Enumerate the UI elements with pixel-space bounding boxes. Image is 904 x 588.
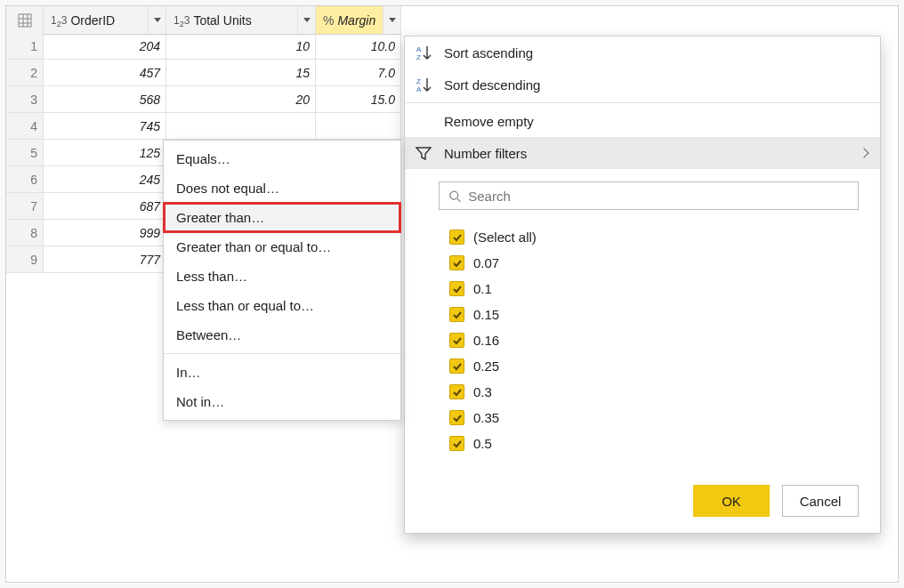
cell-margin[interactable]: [316, 113, 401, 140]
column-header-orderid[interactable]: 123 OrderID: [44, 6, 166, 35]
cell-orderid[interactable]: 745: [44, 113, 166, 140]
svg-line-13: [457, 198, 461, 202]
svg-marker-11: [416, 148, 431, 159]
column-header-margin[interactable]: % Margin: [316, 6, 401, 35]
type-pct-icon: %: [323, 13, 334, 28]
filter-value[interactable]: 0.3: [449, 379, 859, 405]
cell-orderid[interactable]: 999: [44, 220, 166, 246]
sort-asc-icon: A Z: [414, 43, 433, 62]
type-int-icon: 123: [174, 14, 190, 27]
menu-label: Sort ascending: [444, 45, 533, 60]
filter-select-all[interactable]: (Select all): [449, 224, 859, 250]
filter-in[interactable]: In…: [164, 358, 400, 387]
cell-orderid[interactable]: 125: [44, 140, 166, 166]
svg-text:Z: Z: [416, 53, 421, 61]
filter-greater-than[interactable]: Greater than…: [164, 203, 400, 232]
table-row[interactable]: 2457157.0: [6, 60, 424, 86]
checkbox-label: 0.16: [473, 333, 499, 348]
cell-orderid[interactable]: 204: [44, 33, 166, 60]
filter-value[interactable]: 0.16: [449, 327, 859, 353]
row-index: 7: [6, 193, 44, 220]
checkbox-label: 0.15: [473, 307, 499, 322]
table-row[interactable]: 35682015.0: [6, 86, 424, 113]
filter-values-list: (Select all)0.070.10.150.160.250.30.350.…: [405, 219, 880, 465]
cell-orderid[interactable]: 777: [44, 246, 166, 273]
cell-totalunits[interactable]: 10: [166, 33, 316, 60]
column-dropdown-margin[interactable]: [383, 6, 400, 34]
remove-empty[interactable]: Remove empty: [405, 105, 880, 137]
checkbox-label: (Select all): [473, 230, 537, 245]
cell-orderid[interactable]: 245: [44, 166, 166, 193]
row-index: 5: [6, 140, 44, 166]
cell-orderid[interactable]: 687: [44, 193, 166, 220]
filter-value[interactable]: 0.35: [449, 405, 859, 431]
filter-value[interactable]: 0.5: [449, 431, 859, 456]
checkbox-label: 0.5: [473, 436, 492, 451]
checkbox-label: 0.25: [473, 358, 499, 374]
row-index: 2: [6, 60, 44, 86]
type-int-icon: 123: [51, 14, 67, 27]
checkbox-label: 0.07: [473, 255, 499, 270]
cancel-button[interactable]: Cancel: [782, 485, 859, 517]
column-label: OrderID: [70, 13, 115, 28]
column-dropdown-orderid[interactable]: [148, 6, 165, 34]
cell-totalunits[interactable]: 15: [166, 60, 316, 86]
column-header-totalunits[interactable]: 123 Total Units: [166, 6, 316, 35]
row-index: 1: [6, 33, 44, 60]
cell-totalunits[interactable]: [166, 113, 316, 140]
checkbox-icon: [449, 410, 464, 425]
search-icon: [448, 189, 461, 203]
cell-orderid[interactable]: 568: [44, 86, 166, 113]
cell-margin[interactable]: 10.0: [316, 33, 401, 60]
cell-totalunits[interactable]: 20: [166, 86, 316, 113]
row-index: 6: [6, 166, 44, 193]
filter-value[interactable]: 0.1: [449, 276, 859, 302]
header-row: 123 OrderID 123 Total Units % Margin: [6, 6, 424, 33]
filter-greater-equal[interactable]: Greater than or equal to…: [164, 232, 400, 262]
table-row[interactable]: 4745: [6, 113, 424, 140]
row-index: 3: [6, 86, 44, 113]
svg-text:Z: Z: [416, 77, 421, 85]
filter-between[interactable]: Between…: [164, 320, 400, 350]
cell-margin[interactable]: 15.0: [316, 86, 401, 113]
filter-value[interactable]: 0.15: [449, 302, 859, 327]
checkbox-icon: [449, 255, 464, 270]
search-field[interactable]: [468, 189, 849, 204]
filter-not-in[interactable]: Not in…: [164, 387, 400, 416]
svg-text:A: A: [416, 45, 422, 53]
number-filters[interactable]: Number filters: [405, 137, 880, 169]
checkbox-icon: [449, 384, 464, 399]
checkbox-label: 0.1: [473, 281, 492, 296]
cell-margin[interactable]: 7.0: [316, 60, 401, 86]
sort-ascending[interactable]: A Z Sort ascending: [405, 36, 880, 68]
table-row[interactable]: 12041010.0: [6, 33, 424, 60]
ok-button[interactable]: OK: [693, 485, 770, 517]
checkbox-label: 0.35: [473, 410, 499, 425]
row-index: 9: [6, 246, 44, 273]
checkbox-icon: [449, 307, 464, 322]
cell-orderid[interactable]: 457: [44, 60, 166, 86]
menu-label: Number filters: [444, 146, 527, 161]
column-dropdown-totalunits[interactable]: [297, 6, 315, 34]
row-header-corner: [6, 6, 44, 35]
number-filters-submenu: Equals… Does not equal… Greater than… Gr…: [163, 140, 401, 421]
table-icon: [18, 13, 32, 28]
filter-equals[interactable]: Equals…: [164, 144, 400, 173]
filter-not-equal[interactable]: Does not equal…: [164, 173, 400, 203]
checkbox-icon: [449, 281, 464, 296]
filter-less-equal[interactable]: Less than or equal to…: [164, 291, 400, 320]
svg-rect-0: [19, 14, 31, 27]
column-label: Total Units: [193, 13, 251, 28]
svg-text:A: A: [416, 85, 422, 93]
filter-value[interactable]: 0.25: [449, 353, 859, 379]
menu-label: Sort descending: [444, 77, 540, 93]
sort-descending[interactable]: Z A Sort descending: [405, 68, 880, 101]
sort-desc-icon: Z A: [414, 75, 433, 94]
svg-point-12: [450, 191, 458, 199]
filter-value[interactable]: 0.07: [449, 250, 859, 276]
filter-icon: [414, 143, 433, 163]
filter-less-than[interactable]: Less than…: [164, 262, 400, 291]
filter-search-input[interactable]: [439, 181, 859, 210]
row-index: 8: [6, 220, 44, 246]
column-filter-panel: A Z Sort ascending Z A Sort descending: [404, 36, 881, 534]
